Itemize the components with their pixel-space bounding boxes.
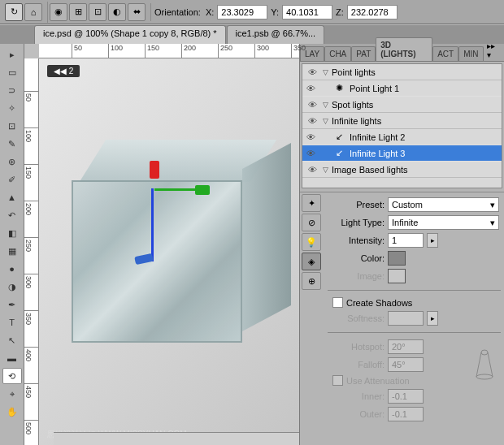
panel-menu-icon[interactable]: ▸▸ ▾ — [484, 40, 504, 61]
type-tool-icon[interactable]: T — [2, 314, 22, 331]
slide-icon[interactable]: ⬌ — [128, 3, 146, 21]
group-spot-lights[interactable]: 👁 ▽ Spot lights — [302, 97, 502, 113]
x-axis-handle[interactable] — [150, 161, 159, 179]
gradient-tool-icon[interactable]: ▦ — [2, 243, 22, 259]
falloff-input — [388, 357, 424, 372]
intensity-input[interactable] — [388, 233, 424, 248]
infinite-light-icon: ↙ — [333, 148, 345, 159]
y-label: Y: — [271, 7, 279, 17]
group-image-based-lights[interactable]: 👁 ▽ Image Based lights — [302, 162, 502, 178]
point-light-icon: ✺ — [333, 83, 345, 94]
light-item-infinite-3[interactable]: 👁 ↙ Infinite Light 3 — [302, 145, 502, 162]
tab-channels[interactable]: CHA — [324, 46, 351, 61]
crop-tool-icon[interactable]: ⊡ — [2, 118, 22, 134]
light-bulb-icon[interactable]: 💡 — [302, 233, 321, 251]
pan-icon[interactable]: ⊞ — [69, 3, 87, 21]
eyedropper-tool-icon[interactable]: ✎ — [2, 136, 22, 152]
lights-list: 👁 ▽ Point lights 👁 ✺ Point Light 1 👁 ▽ S… — [302, 63, 502, 188]
file-tab-ice1-psb[interactable]: ice1.psb @ 66.7%... — [227, 25, 325, 44]
create-shadows-label: Create Shadows — [346, 298, 412, 308]
preset-dropdown[interactable]: Custom▾ — [388, 197, 499, 212]
orbit-icon[interactable]: ◉ — [50, 3, 67, 21]
svg-point-0 — [481, 350, 488, 355]
tab-actions[interactable]: ACT — [432, 46, 458, 61]
light-type-dropdown[interactable]: Infinite▾ — [388, 215, 499, 230]
light-target-icon[interactable]: ⊕ — [302, 272, 321, 290]
disclosure-icon[interactable]: ▽ — [323, 68, 328, 76]
wand-tool-icon[interactable]: ✧ — [2, 100, 22, 116]
shape-tool-icon[interactable]: ▬ — [2, 350, 22, 366]
visibility-icon[interactable]: 👁 — [305, 114, 319, 128]
pen-tool-icon[interactable]: ✒ — [2, 296, 22, 313]
ice-cube-3d — [72, 132, 291, 351]
tab-paths[interactable]: PAT — [351, 46, 376, 61]
tab-3d-lights[interactable]: 3D (LIGHTS) — [376, 37, 432, 61]
rotate-tool-icon[interactable]: ↻ — [5, 3, 23, 21]
softness-stepper: ▸ — [427, 311, 438, 326]
group-infinite-lights[interactable]: 👁 ▽ Infinite lights — [302, 113, 502, 129]
options-bar: ↻ ⌂ ◉ ⊞ ⊡ ◐ ⬌ Orientation: X: Y: Z: — [0, 0, 504, 24]
vertical-ruler: 50 100 150 200 250 300 350 400 450 500 — [24, 58, 39, 445]
hand-tool-icon[interactable]: ✋ — [2, 404, 22, 420]
home-icon[interactable]: ⌂ — [24, 3, 42, 21]
hotspot-input — [388, 339, 424, 354]
path-tool-icon[interactable]: ↖ — [2, 332, 22, 348]
group-point-lights[interactable]: 👁 ▽ Point lights — [302, 64, 502, 80]
x-label: X: — [206, 7, 214, 17]
create-shadows-checkbox[interactable] — [332, 297, 343, 308]
delete-light-icon[interactable]: ⊘ — [302, 214, 321, 231]
light-item-infinite-2[interactable]: 👁 ↙ Infinite Light 2 — [302, 129, 502, 145]
eraser-tool-icon[interactable]: ◧ — [2, 225, 22, 241]
use-attenuation-checkbox — [332, 375, 343, 386]
intensity-stepper[interactable]: ▸ — [427, 233, 438, 248]
canvas[interactable]: ◀◀ 2 思缘设计论坛 WWW.MISSYUAN.COM — [39, 58, 299, 445]
canvas-area: 50 100 150 200 250 300 350 400 450 500 5… — [24, 44, 299, 445]
lasso-tool-icon[interactable]: ⊃ — [2, 82, 22, 98]
y-input[interactable] — [282, 5, 332, 19]
blur-tool-icon[interactable]: ● — [2, 261, 22, 277]
visibility-icon[interactable]: 👁 — [306, 149, 315, 158]
dodge-tool-icon[interactable]: ◑ — [2, 279, 22, 295]
visibility-icon[interactable]: 👁 — [305, 65, 319, 80]
history-brush-icon[interactable]: ↶ — [2, 207, 22, 223]
visibility-icon[interactable]: 👁 — [306, 132, 315, 142]
hotspot-label: Hotspot: — [329, 342, 385, 352]
light-guides-icon[interactable]: ◈ — [302, 253, 321, 270]
file-tab-ice-psd[interactable]: ice.psd @ 100% (Shape 1 copy 8, RGB/8) * — [34, 25, 226, 44]
brush-tool-icon[interactable]: ✐ — [2, 171, 22, 188]
light-type-label: Light Type: — [329, 218, 385, 227]
toolbox: ▸ ▭ ⊃ ✧ ⊡ ✎ ⊛ ✐ ▲ ↶ ◧ ▦ ● ◑ ✒ T ↖ ▬ ⟲ ⌖ … — [0, 44, 24, 445]
tab-mini[interactable]: MIN — [458, 46, 483, 61]
spotlight-cone-icon — [474, 348, 495, 380]
light-item-point-1[interactable]: 👁 ✺ Point Light 1 — [302, 80, 502, 97]
visibility-icon[interactable]: 👁 — [306, 84, 315, 93]
status-bar — [54, 432, 299, 445]
heal-tool-icon[interactable]: ⊛ — [2, 153, 22, 170]
marquee-tool-icon[interactable]: ▭ — [2, 64, 22, 80]
visibility-icon[interactable]: 👁 — [305, 162, 319, 177]
new-light-icon[interactable]: ✦ — [302, 194, 321, 212]
intensity-label: Intensity: — [329, 235, 385, 245]
3d-rotate-tool-icon[interactable]: ⟲ — [2, 368, 22, 384]
x-input[interactable] — [217, 5, 267, 19]
svg-point-1 — [476, 374, 493, 379]
visibility-icon[interactable]: 👁 — [305, 97, 319, 112]
infinite-light-icon: ↙ — [333, 132, 345, 143]
light-properties: ✦ ⊘ 💡 ◈ ⊕ Preset: Custom▾ Light Type: In… — [300, 192, 504, 426]
navigator-badge[interactable]: ◀◀ 2 — [47, 65, 80, 77]
z-input[interactable] — [347, 5, 398, 19]
y-axis-handle[interactable] — [195, 185, 210, 195]
color-swatch[interactable] — [388, 251, 406, 266]
image-swatch — [388, 269, 406, 283]
move-tool-icon[interactable]: ▸ — [2, 46, 22, 63]
3d-camera-tool-icon[interactable]: ⌖ — [2, 386, 22, 402]
zoom-icon[interactable]: ⊡ — [89, 3, 106, 21]
roll-icon[interactable]: ◐ — [108, 3, 126, 21]
disclosure-icon[interactable]: ▽ — [323, 117, 328, 125]
stamp-tool-icon[interactable]: ▲ — [2, 189, 22, 205]
use-attenuation-label: Use Attenuation — [346, 376, 410, 386]
outer-input — [388, 407, 424, 421]
outer-label: Outer: — [329, 409, 385, 419]
disclosure-icon[interactable]: ▽ — [323, 101, 328, 109]
disclosure-icon[interactable]: ▽ — [323, 166, 328, 174]
